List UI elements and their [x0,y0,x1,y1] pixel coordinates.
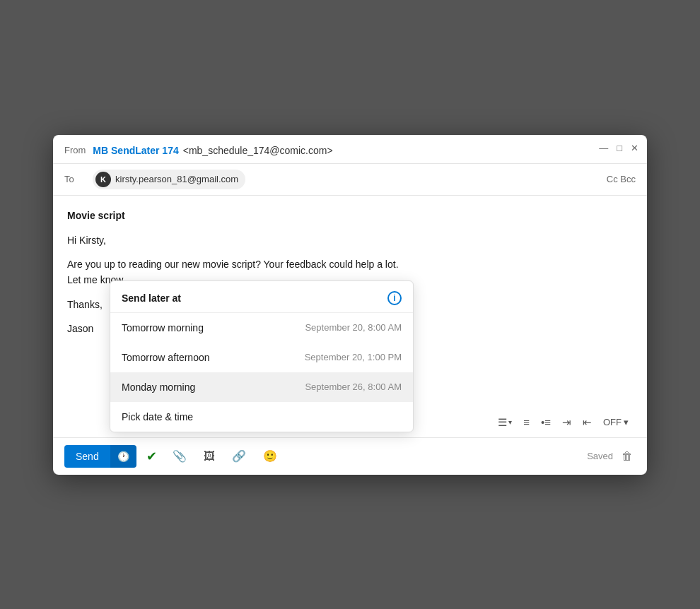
option-date: September 20, 8:00 AM [305,322,402,333]
monday-morning-option[interactable]: Monday morning September 26, 8:00 AM [110,372,413,402]
emoji-icon: 🙂 [263,450,277,462]
send-later-button[interactable]: 🕐 [110,445,136,468]
send-later-title: Send later at [122,292,181,304]
info-icon[interactable]: i [387,291,402,305]
saved-text: Saved [587,451,613,461]
to-row: To K kirsty.pearson_81@gmail.com Cc Bcc [53,164,647,196]
option-label: Tomorrow morning [122,322,204,333]
pick-date-time-option[interactable]: Pick date & time [110,402,413,432]
saved-indicator: Saved 🗑 [587,449,636,464]
emoji-button[interactable]: 🙂 [257,447,283,466]
insert-link-button[interactable]: 🔗 [226,447,252,466]
send-button[interactable]: Send [64,445,110,468]
recipient-chip[interactable]: K kirsty.pearson_81@gmail.com [93,170,245,189]
option-date: September 20, 1:00 PM [305,352,402,362]
option-label: Tomorrow afternoon [122,352,210,363]
maximize-button[interactable]: □ [617,143,622,153]
tomorrow-morning-option[interactable]: Tomorrow morning September 20, 8:00 AM [110,313,413,343]
option-date: September 26, 8:00 AM [305,382,402,392]
indent-button[interactable]: ⇥ [558,413,576,432]
minimize-button[interactable]: — [599,143,608,153]
window-controls: — □ ✕ [599,143,638,153]
off-toggle-button[interactable]: OFF ▾ [599,414,633,430]
bullet-list-button[interactable]: •≡ [537,413,555,431]
attach-file-button[interactable]: 📎 [167,447,192,466]
link-icon: 🔗 [232,450,246,462]
spellcheck-button[interactable]: ✔ [142,446,161,467]
sender-email: <mb_schedule_174@comic.com> [183,145,333,156]
sender-name: MB SendLater 174 [93,145,178,156]
title-bar: From MB SendLater 174 <mb_schedule_174@c… [53,135,647,164]
paperclip-icon: 📎 [173,450,187,462]
option-label: Monday morning [122,382,195,393]
compose-window: From MB SendLater 174 <mb_schedule_174@c… [53,135,647,475]
clock-icon: 🕐 [117,451,129,462]
trash-icon: 🗑 [622,450,633,462]
outdent-button[interactable]: ⇤ [578,413,596,432]
tomorrow-afternoon-option[interactable]: Tomorrow afternoon September 20, 1:00 PM [110,343,413,372]
send-button-group: Send 🕐 [64,445,136,468]
send-later-dropdown: Send later at i Tomorrow morning Septemb… [110,280,414,432]
close-button[interactable]: ✕ [631,143,638,153]
bottom-bar: Send 🕐 ✔ 📎 🖼 🔗 🙂 Saved 🗑 [53,438,647,475]
option-label: Pick date & time [122,411,193,422]
ordered-list-button[interactable]: ≡ [519,413,534,431]
avatar: K [95,172,111,187]
insert-image-button[interactable]: 🖼 [198,447,221,466]
check-icon: ✔ [146,449,157,463]
to-label: To [64,174,86,184]
recipient-email: kirsty.pearson_81@gmail.com [115,174,238,184]
email-greeting: Hi Kirsty, [67,232,633,248]
send-later-header: Send later at i [110,281,413,313]
delete-draft-button[interactable]: 🗑 [619,449,636,464]
cc-bcc-button[interactable]: Cc Bcc [607,174,636,184]
align-button[interactable]: ☰ ▾ [494,413,516,432]
from-label: From [64,145,86,155]
email-subject: Movie script [67,210,633,221]
image-icon: 🖼 [204,450,215,462]
